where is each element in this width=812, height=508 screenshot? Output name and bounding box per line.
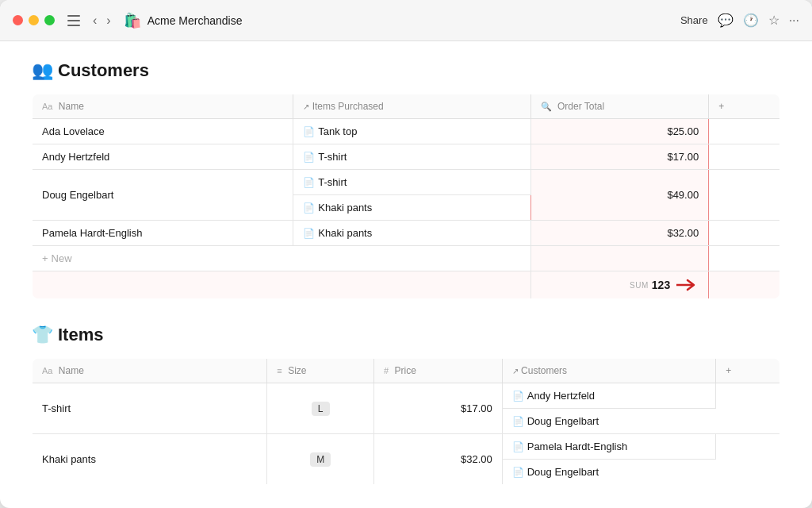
customer-name: Andy Hertzfeld [33, 144, 293, 170]
customer-order-total: $17.00 [530, 144, 709, 170]
customer-name: Pamela Hardt-English [33, 221, 293, 246]
table-row: Khaki pants M $32.00 📄 Pamela Hardt-Engl… [33, 434, 780, 460]
app-window: ‹ › 🛍️ Acme Merchandise Share 💬 🕐 ☆ ··· … [0, 0, 812, 508]
th-name: Aa Name [33, 94, 293, 119]
customers-emoji: 👥 [32, 60, 53, 81]
table-row: Andy Hertzfeld 📄 T-shirt $17.00 [33, 144, 780, 170]
row-add [709, 144, 780, 170]
items-emoji: 👕 [32, 325, 53, 345]
items-section: 👕 Items Aa Name ≡ Size [32, 325, 780, 485]
th-item-price: # Price [374, 359, 503, 383]
menu-icon[interactable] [67, 15, 80, 26]
th-item-size: ≡ Size [267, 359, 374, 383]
customer-order-total: $49.00 [530, 170, 709, 221]
item-label: T-shirt [318, 151, 347, 163]
table-row: Doug Engelbart 📄 T-shirt $49.00 [33, 170, 780, 195]
new-row-order [530, 246, 709, 271]
back-button[interactable]: ‹ [90, 12, 100, 29]
minimize-button[interactable] [29, 15, 39, 25]
row-add [709, 221, 780, 246]
app-title: Acme Merchandise [147, 14, 243, 27]
app-icon: 🛍️ [124, 12, 141, 29]
item-label: Tank top [318, 125, 357, 137]
titlebar-actions: Share 💬 🕐 ☆ ··· [680, 13, 799, 28]
new-row[interactable]: + New [33, 246, 780, 271]
row-add [709, 119, 780, 144]
item-label: Khaki pants [318, 227, 372, 239]
th-order-total[interactable]: 🔍 Order Total [530, 94, 709, 119]
item-price: $17.00 [374, 383, 503, 434]
customer-items: 📄 T-shirt [293, 170, 530, 195]
close-button[interactable] [13, 15, 23, 25]
traffic-lights [13, 15, 55, 25]
item-customer: 📄 Doug Engelbart [502, 409, 715, 434]
customer-order-total: $25.00 [530, 119, 709, 144]
customer-order-total: $32.00 [530, 221, 709, 246]
item-name: Khaki pants [33, 434, 267, 485]
items-title: 👕 Items [32, 325, 780, 345]
customer-items: 📄 Tank top [293, 119, 530, 144]
maximize-button[interactable] [44, 15, 55, 25]
row-add [709, 170, 780, 221]
th-item-add[interactable]: + [716, 359, 780, 383]
item-customer: 📄 Pamela Hardt-English [502, 434, 715, 460]
customer-items: 📄 T-shirt [293, 144, 530, 170]
clock-icon[interactable]: 🕐 [743, 13, 759, 28]
th-item-name: Aa Name [33, 359, 267, 383]
row-add [716, 434, 780, 485]
item-name: T-shirt [33, 383, 267, 434]
sum-spacer [33, 271, 531, 299]
star-icon[interactable]: ☆ [768, 13, 779, 28]
customer-name: Doug Engelbart [33, 170, 293, 221]
th-item-customers[interactable]: ↗ Customers [502, 359, 715, 383]
forward-button[interactable]: › [103, 12, 113, 29]
sum-row: SUM 123 [33, 271, 780, 299]
chat-icon[interactable]: 💬 [718, 13, 733, 28]
items-table: Aa Name ≡ Size # Price ↗ [32, 358, 780, 485]
customers-title: 👥 Customers [32, 60, 780, 81]
table-row: T-shirt L $17.00 📄 Andy Hertzfeld [33, 383, 780, 409]
customer-name: Ada Lovelace [33, 119, 293, 144]
item-size: L [267, 383, 374, 434]
customers-section: 👥 Customers Aa Name ↗ Items Purchased [32, 60, 780, 299]
share-button[interactable]: Share [680, 14, 708, 26]
item-customer: 📄 Doug Engelbart [502, 460, 715, 485]
table-row: Pamela Hardt-English 📄 Khaki pants $32.0… [33, 221, 780, 246]
item-customer: 📄 Andy Hertzfeld [502, 383, 715, 409]
th-items-purchased[interactable]: ↗ Items Purchased [293, 94, 530, 119]
item-label: T-shirt [318, 176, 347, 188]
arrow-indicator [676, 278, 699, 292]
item-size: M [267, 434, 374, 485]
sum-add [709, 271, 780, 299]
item-price: $32.00 [374, 434, 503, 485]
item-label: Khaki pants [318, 202, 372, 214]
customer-items: 📄 Khaki pants [293, 195, 530, 221]
titlebar: ‹ › 🛍️ Acme Merchandise Share 💬 🕐 ☆ ··· [0, 0, 812, 41]
row-add [716, 383, 780, 434]
more-icon[interactable]: ··· [789, 13, 799, 28]
customers-table: Aa Name ↗ Items Purchased 🔍 Order Total [32, 94, 780, 299]
new-row-label[interactable]: + New [33, 246, 531, 271]
th-add-column[interactable]: + [709, 94, 780, 119]
content-area: 👥 Customers Aa Name ↗ Items Purchased [0, 41, 812, 508]
new-row-add [709, 246, 780, 271]
table-row: Ada Lovelace 📄 Tank top $25.00 [33, 119, 780, 144]
customer-items: 📄 Khaki pants [293, 221, 530, 246]
sum-cell: SUM 123 [530, 271, 709, 299]
